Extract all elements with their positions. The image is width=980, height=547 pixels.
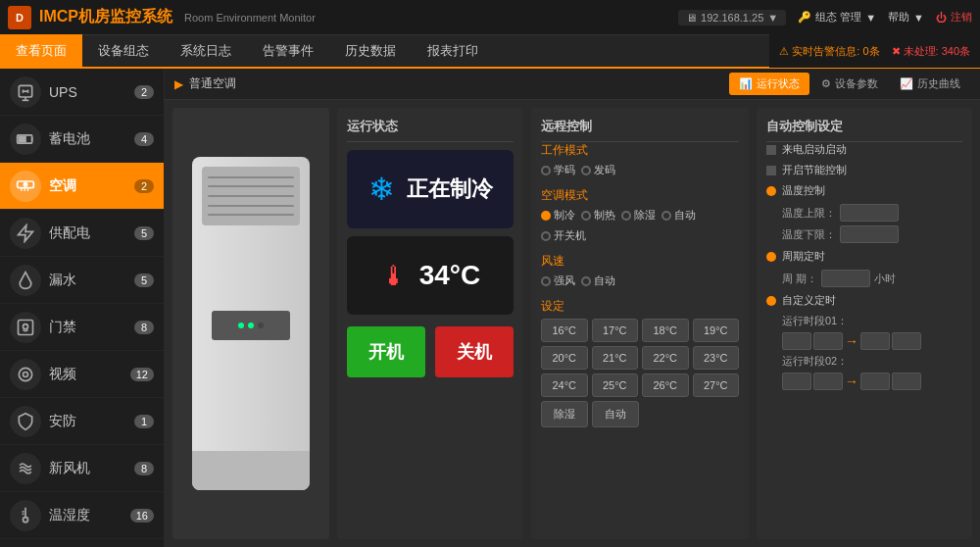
wind-auto[interactable]: 自动 — [581, 274, 615, 288]
radio-dot-learn — [541, 166, 551, 175]
device-params-icon: ⚙ — [821, 77, 831, 90]
run-status-icon: 📊 — [739, 77, 753, 90]
temp-btn-25[interactable]: 25°C — [592, 373, 639, 397]
time-box-1a[interactable] — [782, 332, 811, 350]
temp-upper-input[interactable] — [840, 204, 899, 222]
tab-history-curve[interactable]: 📈 历史曲线 — [890, 73, 970, 95]
sidebar-item-video[interactable]: 视频 12 — [0, 351, 164, 398]
logout-button[interactable]: ⏻ 注销 — [936, 10, 972, 25]
time-box-2c[interactable] — [860, 373, 890, 390]
time-box-1b[interactable] — [813, 332, 843, 350]
error-icon: ✖ — [892, 45, 901, 58]
vent-line-2 — [208, 185, 294, 187]
work-mode-section: 工作模式 学码 发码 — [541, 142, 739, 177]
nav-alarm-event[interactable]: 告警事件 — [247, 34, 329, 68]
wind-section: 风速 强风 自动 — [541, 253, 739, 288]
wind-strong[interactable]: 强风 — [541, 274, 575, 288]
temp-btn-26[interactable]: 26°C — [642, 373, 689, 397]
nav-history-data[interactable]: 历史数据 — [329, 34, 412, 68]
ip-dropdown-icon[interactable]: ▼ — [767, 12, 778, 24]
temp-btn-22[interactable]: 22°C — [642, 346, 689, 370]
power-off-button[interactable]: 关机 — [435, 326, 514, 377]
svg-point-14 — [24, 372, 28, 376]
time-box-2b[interactable] — [813, 373, 843, 390]
vent-line-4 — [208, 205, 294, 207]
battery-label: 蓄电池 — [49, 130, 126, 148]
ac-mode-dehumid[interactable]: 除湿 — [621, 208, 656, 223]
auto-panel-title: 自动控制设定 — [766, 118, 962, 142]
sidebar-item-ups[interactable]: UPS 2 — [0, 69, 164, 116]
temp-btn-21[interactable]: 21°C — [592, 346, 639, 370]
breadcrumb: ▶ 普通空调 📊 运行状态 ⚙ 设备参数 📈 历史曲线 — [165, 69, 980, 100]
vent-line-5 — [208, 214, 294, 216]
sidebar-item-security[interactable]: 安防 1 — [0, 398, 164, 445]
sidebar-item-battery[interactable]: 蓄电池 4 — [0, 116, 164, 163]
temp-btn-20[interactable]: 20°C — [541, 346, 588, 370]
nav-device-config[interactable]: 设备组态 — [82, 34, 165, 68]
temp-value: 34°C — [419, 260, 481, 291]
cooling-text: 正在制冷 — [407, 174, 493, 204]
time-box-2a[interactable] — [782, 373, 811, 390]
help-button[interactable]: 帮助 ▼ — [888, 10, 924, 25]
time-box-1d[interactable] — [892, 332, 921, 350]
temp-btn-18[interactable]: 18°C — [642, 319, 689, 342]
logo: D IMCP机房监控系统 Room Environment Monitor — [8, 6, 316, 29]
run-period2-row: 运行时段02： → — [782, 354, 962, 390]
sidebar-item-ac[interactable]: 空调 2 — [0, 163, 164, 210]
video-badge: 12 — [130, 368, 154, 381]
time-box-2d[interactable] — [892, 373, 921, 390]
nav-report-print[interactable]: 报表打印 — [412, 34, 494, 68]
svg-rect-7 — [19, 136, 25, 141]
arrow-icon-1: → — [845, 333, 858, 349]
sidebar-item-access[interactable]: 门禁 8 — [0, 304, 164, 351]
leak-badge: 5 — [134, 274, 154, 287]
temp-upper-row: 温度上限： — [782, 204, 962, 222]
cooling-status: ❄ 正在制冷 — [347, 150, 514, 228]
temp-btn-17[interactable]: 17°C — [592, 319, 639, 342]
time-box-1c[interactable] — [860, 332, 890, 350]
tab-run-status[interactable]: 📊 运行状态 — [729, 73, 809, 95]
ac-mode-auto[interactable]: 自动 — [662, 208, 696, 223]
video-icon — [10, 359, 41, 390]
fresh-air-icon — [10, 453, 41, 484]
ac-mode-cool[interactable]: 制冷 — [541, 208, 575, 223]
ac-vents — [202, 167, 300, 225]
temp-lower-input[interactable] — [840, 225, 899, 243]
temp-btn-24[interactable]: 24°C — [541, 373, 588, 397]
temp-btn-27[interactable]: 27°C — [693, 373, 740, 397]
ac-mode-heat[interactable]: 制热 — [581, 208, 615, 223]
access-badge: 8 — [134, 321, 154, 334]
remote-panel-title: 远程控制 — [541, 118, 739, 142]
tab-device-params[interactable]: ⚙ 设备参数 — [811, 73, 888, 95]
radio-dot-auto — [662, 211, 671, 221]
status-panel: 运行状态 ❄ 正在制冷 🌡 34°C 开机 关机 — [337, 108, 523, 539]
temp-display: 🌡 34°C — [347, 236, 514, 315]
sidebar-item-temp-humidity[interactable]: 温湿度 16 — [0, 492, 164, 539]
fresh-air-label: 新风机 — [49, 460, 126, 477]
access-icon — [10, 312, 41, 343]
battery-icon — [10, 124, 41, 155]
work-mode-options: 学码 发码 — [541, 163, 739, 177]
temp-btn-19[interactable]: 19°C — [693, 319, 740, 342]
time-inputs-1: → — [782, 332, 921, 350]
sidebar-item-power[interactable]: 供配电 5 — [0, 210, 164, 257]
special-btn-dehumid[interactable]: 除湿 — [541, 401, 588, 427]
temp-btn-16[interactable]: 16°C — [541, 319, 588, 342]
ac-mode-switch[interactable]: 开关机 — [541, 228, 586, 243]
nav-view-page[interactable]: 查看页面 — [0, 34, 82, 68]
work-mode-learn[interactable]: 学码 — [541, 163, 575, 177]
power-on-button[interactable]: 开机 — [347, 326, 425, 377]
svg-point-12 — [24, 323, 28, 328]
nav-system-log[interactable]: 系统日志 — [165, 34, 247, 68]
content-area: ▶ 普通空调 📊 运行状态 ⚙ 设备参数 📈 历史曲线 — [165, 69, 980, 547]
period-input[interactable] — [821, 270, 870, 287]
temp-btn-23[interactable]: 23°C — [693, 346, 740, 370]
special-btn-auto[interactable]: 自动 — [592, 401, 639, 427]
org-button[interactable]: 🔑 组态 管理 ▼ — [798, 10, 876, 25]
run-period1-row: 运行时段01： → — [782, 314, 962, 350]
work-mode-send[interactable]: 发码 — [581, 163, 615, 177]
sidebar-item-leak[interactable]: 漏水 5 — [0, 257, 164, 304]
navbar: 查看页面 设备组态 系统日志 告警事件 历史数据 报表打印 ⚠ 实时告警信息: … — [0, 35, 980, 69]
sidebar-item-fresh-air[interactable]: 新风机 8 — [0, 445, 164, 492]
svg-point-15 — [24, 517, 28, 522]
